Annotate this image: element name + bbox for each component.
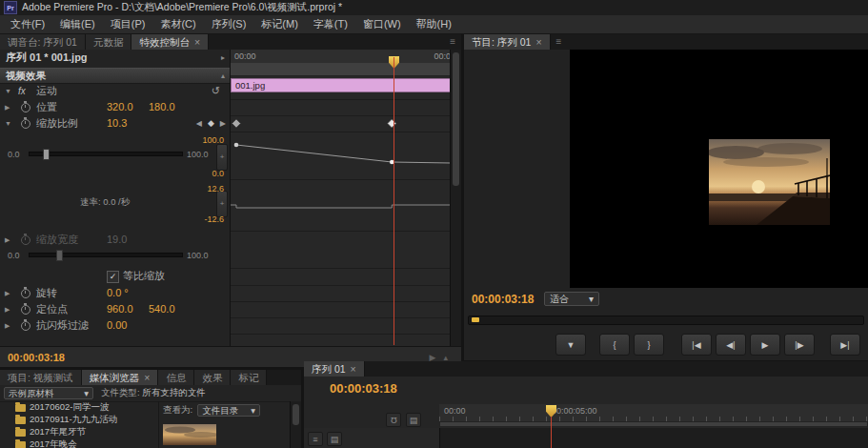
stopwatch-icon[interactable]	[21, 305, 30, 315]
file-type-value[interactable]: 所有支持的文件	[142, 387, 206, 397]
timeline-timecode[interactable]: 00:00:03:18	[330, 381, 397, 396]
play-button[interactable]: ▶	[750, 334, 780, 356]
view-as-dropdown[interactable]: 文件目录 ▾	[197, 404, 260, 417]
menu-file[interactable]: 文件(F)	[3, 15, 52, 33]
folder-icon	[15, 404, 26, 412]
add-marker-button[interactable]: ▼	[555, 334, 586, 356]
video-track-lane[interactable]	[439, 428, 868, 448]
close-icon[interactable]: ×	[144, 370, 150, 385]
tab-program[interactable]: 节目: 序列 01 ×	[464, 34, 551, 50]
program-scrubber[interactable]	[468, 316, 864, 325]
triangle-right-icon[interactable]: ▶	[5, 302, 10, 316]
media-browser-scrollbar[interactable]	[290, 401, 301, 448]
motion-label[interactable]: 运动	[36, 84, 57, 98]
tab-effect-controls[interactable]: 特效控制台 ×	[131, 34, 209, 50]
step-forward-button[interactable]: |▶	[784, 334, 815, 356]
uniform-scale-checkbox[interactable]: ✓	[107, 271, 119, 283]
folder-item[interactable]: 2017年晚会	[0, 438, 158, 448]
prev-keyframe-icon[interactable]: ◀	[196, 116, 202, 131]
panel-menu-icon[interactable]: ≡	[551, 34, 568, 50]
play-around-icon[interactable]: ▶	[430, 353, 436, 362]
tab-metadata-label: 元数据	[93, 34, 124, 50]
position-row: ▶ 位置 320.0 180.0	[0, 100, 230, 114]
folder-item[interactable]: 2017年尾牙节	[0, 426, 158, 438]
triangle-right-icon[interactable]: ▶	[5, 318, 10, 333]
antiflicker-value[interactable]: 0.00	[107, 318, 127, 333]
triangle-right-icon[interactable]: ▶	[5, 286, 10, 300]
menu-window[interactable]: 窗口(W)	[355, 15, 409, 33]
tab-effects[interactable]: 效果	[194, 370, 231, 385]
menu-sequence[interactable]: 序列(S)	[204, 15, 254, 33]
tab-info[interactable]: 信息	[158, 370, 194, 385]
next-keyframe-icon[interactable]: ▶	[220, 116, 226, 131]
work-area-bar[interactable]	[439, 421, 868, 427]
triangle-right-icon[interactable]: ▶	[5, 100, 10, 114]
tab-project[interactable]: 项目: 视频测试	[0, 370, 82, 385]
rotation-value[interactable]: 0.0 °	[107, 286, 129, 300]
add-keyframe-icon[interactable]: ◆	[208, 116, 214, 131]
close-icon[interactable]: ×	[535, 34, 541, 50]
scrollbar-thumb[interactable]	[453, 52, 459, 186]
file-type-label: 文件类型:	[101, 387, 140, 397]
tab-media-browser[interactable]: 媒体浏览器 ×	[82, 370, 159, 385]
folder-item[interactable]: 20170602-同学一波	[0, 401, 158, 414]
effect-controls-scrollbar[interactable]	[450, 50, 461, 347]
anchor-x-value[interactable]: 960.0	[107, 302, 133, 316]
media-thumbnail[interactable]	[163, 424, 216, 445]
menu-title[interactable]: 字幕(T)	[306, 15, 355, 33]
go-to-in-button[interactable]: |◀	[681, 334, 712, 356]
scrubber-playhead[interactable]	[472, 317, 479, 322]
scrollbar-thumb[interactable]	[293, 404, 299, 425]
reset-effect-icon[interactable]: ↺	[212, 84, 220, 98]
motion-effect-row[interactable]: ▼ fx 运动 ↺	[0, 84, 230, 98]
collapse-section-icon[interactable]: ▴	[221, 69, 225, 83]
tab-metadata[interactable]: 元数据	[86, 34, 132, 50]
scale-slider-handle[interactable]	[43, 149, 50, 160]
tab-sequence[interactable]: 序列 01 ×	[304, 361, 365, 377]
triangle-down-icon[interactable]: ▼	[5, 84, 11, 98]
mark-out-button[interactable]: }	[634, 334, 664, 356]
step-back-button[interactable]: ◀|	[716, 334, 746, 356]
stopwatch-icon[interactable]	[21, 321, 30, 331]
video-effects-section[interactable]: 视频效果 ▴	[0, 68, 230, 84]
scale-value[interactable]: 10.3	[107, 116, 127, 131]
menu-help[interactable]: 帮助(H)	[409, 15, 459, 33]
timeline-ruler[interactable]: 00:00 00:00:05:00	[439, 404, 868, 422]
snap-toggle-button[interactable]: Ω	[386, 413, 401, 427]
slider-max-label: 100.0	[187, 249, 209, 263]
position-x-value[interactable]: 320.0	[107, 100, 133, 114]
menu-marker[interactable]: 标记(M)	[253, 15, 306, 33]
mark-in-button[interactable]: {	[599, 334, 630, 356]
velocity-min-value: -12.6	[204, 213, 224, 227]
menu-edit[interactable]: 编辑(E)	[52, 15, 103, 33]
folder-item[interactable]: 20170911-九九九活动	[0, 414, 158, 426]
track-lock-button[interactable]: ≡	[308, 432, 323, 446]
zoom-fit-dropdown[interactable]: 适合 ▾	[544, 292, 599, 306]
zoom-slider-icon[interactable]: ▴	[443, 353, 448, 362]
position-y-value[interactable]: 180.0	[149, 100, 175, 114]
folder-name: 2017年晚会	[30, 438, 77, 448]
effect-properties-column: 序列 01 * 001.jpg ▸ 视频效果 ▴ ▼ fx 运动 ↺ ▶ 位置 …	[0, 50, 230, 347]
track-output-button[interactable]: ▤	[327, 432, 342, 446]
menu-project[interactable]: 项目(P)	[103, 15, 153, 33]
go-to-out-button[interactable]: ▶|	[830, 334, 860, 356]
close-icon[interactable]: ×	[194, 34, 200, 50]
timeline-display-settings-button[interactable]: ▤	[406, 413, 421, 427]
source-dropdown[interactable]: 示例原材料 ▾	[4, 387, 93, 399]
menu-clip[interactable]: 素材(C)	[152, 15, 203, 33]
tab-audio-mixer[interactable]: 调音台: 序列 01	[0, 34, 86, 50]
triangle-right-icon[interactable]: ▶	[5, 233, 10, 247]
stopwatch-icon[interactable]	[21, 119, 30, 129]
stopwatch-icon[interactable]	[21, 103, 30, 112]
show-timeline-view-icon[interactable]: ▸	[221, 51, 225, 65]
effect-controls-timecode[interactable]: 00:00:03:18	[0, 352, 65, 363]
triangle-down-icon[interactable]: ▼	[5, 116, 11, 131]
panel-menu-icon[interactable]: ≡	[444, 34, 461, 50]
scale-slider[interactable]	[29, 152, 183, 156]
stopwatch-icon[interactable]	[21, 289, 30, 298]
tab-markers[interactable]: 标记	[231, 370, 267, 385]
close-icon[interactable]: ×	[351, 361, 356, 377]
playhead-line	[394, 57, 394, 345]
program-timecode[interactable]: 00:00:03:18	[472, 293, 534, 306]
anchor-y-value[interactable]: 540.0	[149, 302, 175, 316]
